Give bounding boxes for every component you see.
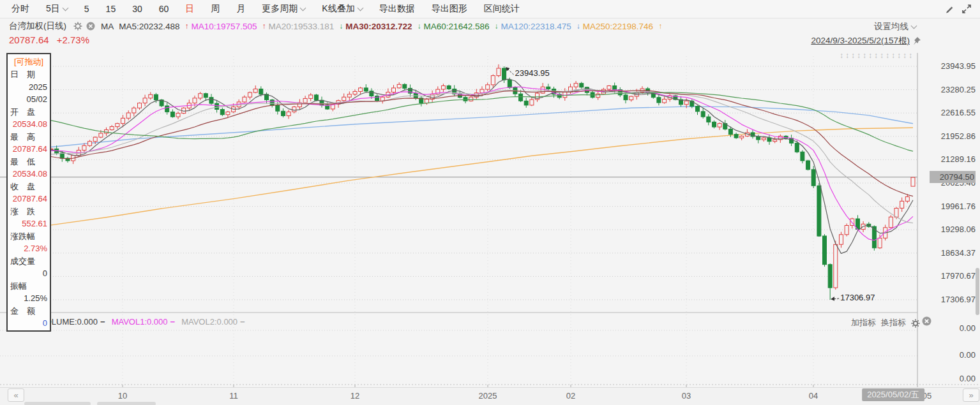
info-row-label: 振幅: [10, 280, 47, 293]
bottom-tab-pill[interactable]: [24, 402, 91, 405]
scroll-left-button[interactable]: «: [8, 388, 24, 402]
info-row-value: 20534.08: [10, 118, 47, 131]
indicator-gear-icon[interactable]: [911, 319, 920, 328]
gear-icon[interactable]: [73, 22, 82, 31]
info-row-label: 最 低: [10, 156, 47, 168]
ma-trend-arrow-icon: ↑: [262, 22, 266, 31]
price-axis-label: 19298.06: [928, 225, 976, 234]
info-row-label: 金 额: [10, 305, 47, 318]
info-row-label: 日 期: [10, 68, 47, 81]
low-annotation: 17306.97: [840, 293, 875, 302]
price-axis-label: 18634.37: [928, 248, 976, 258]
current-price-axis-badge: 20794.50: [930, 171, 976, 183]
x-axis-tick-04: 04: [809, 391, 818, 401]
ma-trend-arrow-icon: ↓: [418, 22, 421, 31]
ma-trend-arrow-icon: ↑: [658, 22, 662, 31]
symbol-name: 台湾加权(日线): [9, 20, 66, 32]
price-axis-label: 22616.55: [928, 108, 976, 117]
info-row-value: 20787.64: [10, 143, 47, 156]
ma-legend-item: MA250:22198.746: [583, 22, 653, 31]
info-row-value: 0: [10, 317, 47, 330]
scroll-right-button[interactable]: »: [963, 388, 979, 402]
volume-legend-item: MAVOL1:0.000: [112, 317, 168, 327]
info-row-value: 552.61: [10, 217, 47, 230]
info-row-label: 最 高: [10, 131, 47, 144]
ma-legend-item: MA30:20312.722: [345, 22, 412, 31]
switch-indicator-button[interactable]: 换指标: [881, 317, 906, 328]
add-indicator-button[interactable]: 加指标: [851, 317, 876, 328]
volume-axis-label: 0.00: [928, 350, 976, 360]
ma-trend-arrow-icon: ↓: [339, 22, 343, 31]
vertical-scrollbar[interactable]: [976, 268, 979, 315]
high-annotation: 23943.95: [515, 68, 550, 78]
series-toggle-dash[interactable]: −: [100, 317, 105, 327]
ma-group-label: MA: [101, 22, 114, 31]
chevron-down-icon: [911, 23, 917, 29]
info-row-label: 涨跌幅: [10, 230, 47, 243]
range-row: 2024/9/3-2025/5/2(157根): [811, 35, 921, 47]
last-price: 20787.64: [9, 34, 49, 45]
ma-trend-arrow-icon: ↑: [185, 22, 189, 31]
price-axis-label: 23280.25: [928, 85, 976, 94]
info-row-value: 20787.64: [10, 193, 47, 205]
change-percent: +2.73%: [57, 34, 89, 45]
volume-axis-label: 0.00: [928, 374, 976, 383]
x-axis-tick-11: 11: [229, 391, 238, 401]
ma-settings-label: 设置均线: [874, 21, 908, 33]
quote-info-panel[interactable]: [可拖动] 日 期202505/02开 盘20534.08最 高20787.64…: [6, 53, 51, 332]
ma-legend-item: MA5:20232.488: [119, 22, 179, 31]
price-axis-label: 19961.76: [928, 202, 976, 211]
volume-axis-label: 0.00: [928, 323, 976, 333]
x-axis-tick-10: 10: [118, 391, 127, 401]
x-axis-tick-02: 02: [566, 391, 575, 401]
volume-legend: VOLUME:0.000−MAVOL1:0.000−MAVOL2:0.000−: [40, 316, 252, 327]
ma-legend-item: MA120:22318.475: [501, 22, 571, 31]
info-row-value: 05/02: [10, 93, 47, 106]
pin-icon[interactable]: [912, 36, 921, 45]
info-row-value: 20534.08: [10, 168, 47, 180]
info-row-value: 0: [10, 267, 47, 280]
date-range-link[interactable]: 2024/9/3-2025/5/2(157根): [811, 35, 910, 47]
current-price-row: 20787.64 +2.73%: [9, 34, 89, 45]
price-axis-label: 17970.67: [928, 271, 976, 281]
volume-legend-item: MAVOL2:0.000: [181, 317, 237, 327]
price-axis-label: 17306.97: [928, 295, 976, 304]
ma-legend-row: 台湾加权(日线) MA MA5:20232.488↑MA10:19757.505…: [9, 20, 665, 33]
x-axis-tick-2025: 2025: [479, 391, 497, 401]
ma-legend-item: MA60:21642.586: [424, 22, 490, 31]
info-row-label: 涨 跌: [10, 205, 47, 218]
price-axis-label: 23943.95: [928, 61, 976, 71]
price-axis-label: 21952.86: [928, 131, 976, 141]
indicator-actions: 加指标 换指标: [851, 317, 920, 328]
ma-trend-arrow-icon: ↓: [577, 22, 580, 31]
y-scale-arrows[interactable]: ↕↕↕↕↕↕↕↕↕↕↕↕↕: [840, 51, 914, 60]
ma-trend-arrow-icon: ↓: [494, 22, 498, 31]
bottom-tab-pill[interactable]: [97, 402, 156, 405]
close-indicator-icon[interactable]: [86, 22, 95, 31]
current-date-badge: 2025/05/02/五: [862, 388, 924, 401]
info-row-label: 收 盘: [10, 180, 47, 193]
ma-legend-item: MA20:19533.181: [268, 22, 334, 31]
info-row-value: 1.25%: [10, 292, 47, 305]
x-axis-tick-12: 12: [351, 391, 359, 401]
candlestick-chart[interactable]: [0, 0, 980, 405]
ma-legend-item: MA10:19757.505: [192, 22, 257, 31]
drag-handle-label: [可拖动]: [10, 56, 47, 68]
info-row-value: 2025: [10, 81, 47, 94]
info-row-value: 2.73%: [10, 242, 47, 255]
ma-settings-button[interactable]: 设置均线: [874, 21, 916, 33]
price-axis-label: 21289.16: [928, 154, 976, 164]
series-toggle-dash[interactable]: −: [240, 317, 245, 327]
info-row-label: 成交量: [10, 255, 47, 268]
x-axis-tick-03: 03: [682, 391, 691, 401]
info-row-label: 开 盘: [10, 106, 47, 119]
series-toggle-dash[interactable]: −: [170, 317, 176, 327]
